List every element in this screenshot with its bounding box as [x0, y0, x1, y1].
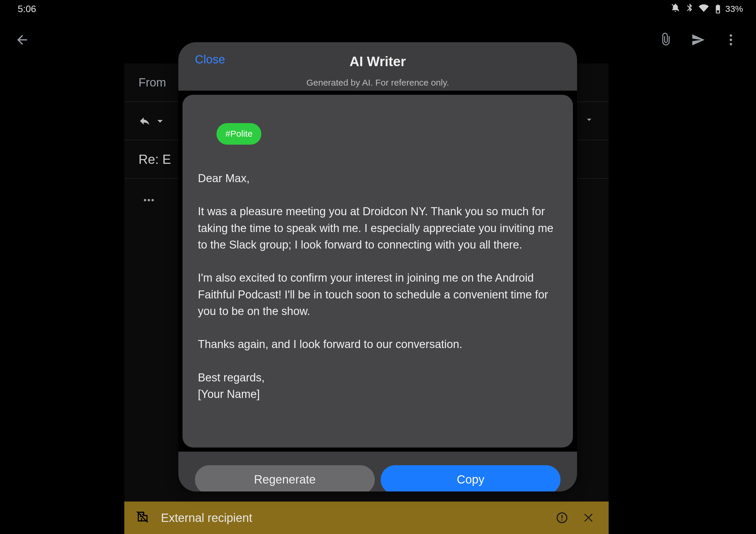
expand-recipients-button[interactable]	[584, 114, 594, 127]
modal-title: AI Writer	[195, 53, 560, 69]
banner-close-button[interactable]	[581, 510, 597, 525]
quoted-text-toggle[interactable]	[139, 193, 159, 207]
modal-footer: Regenerate Copy	[178, 452, 577, 492]
close-button[interactable]: Close	[195, 53, 225, 66]
svg-point-5	[151, 199, 154, 201]
svg-point-4	[148, 199, 150, 201]
generated-body-text: Dear Max, It was a pleasure meeting you …	[198, 170, 557, 402]
modal-header: Close AI Writer Generated by AI. For ref…	[178, 42, 577, 91]
svg-point-0	[730, 34, 732, 37]
attach-button[interactable]	[659, 33, 673, 47]
generated-text-area[interactable]: #Polite Dear Max, It was a pleasure meet…	[182, 95, 573, 447]
from-label: From	[139, 76, 166, 89]
tone-chip[interactable]: #Polite	[216, 123, 261, 144]
banner-info-button[interactable]	[554, 510, 570, 525]
svg-point-3	[144, 199, 146, 201]
bluetooth-icon	[685, 3, 694, 15]
svg-point-1	[730, 39, 732, 41]
ai-writer-modal: Close AI Writer Generated by AI. For ref…	[178, 42, 577, 492]
external-recipient-label: External recipient	[161, 511, 252, 524]
back-button[interactable]	[15, 33, 30, 47]
modal-subtitle: Generated by AI. For reference only.	[195, 78, 560, 88]
subject-text: Re: E	[139, 152, 171, 167]
copy-button[interactable]: Copy	[381, 465, 560, 492]
external-recipient-banner: External recipient	[124, 501, 608, 534]
battery-indicator: 33%	[713, 4, 743, 14]
clock: 5:06	[18, 4, 36, 14]
modal-body-wrap: #Polite Dear Max, It was a pleasure meet…	[178, 91, 577, 452]
status-right-cluster: 33%	[670, 3, 743, 15]
battery-percent: 33%	[725, 4, 743, 14]
wifi-icon	[699, 3, 709, 15]
status-bar: 5:06 33%	[0, 0, 756, 18]
send-button[interactable]	[691, 33, 706, 47]
svg-point-2	[730, 43, 732, 45]
overflow-menu-button[interactable]	[723, 33, 738, 47]
regenerate-button[interactable]: Regenerate	[195, 465, 375, 492]
reply-indicator[interactable]	[139, 115, 166, 127]
domain-disabled-icon	[136, 510, 149, 526]
dnd-icon	[670, 3, 680, 15]
